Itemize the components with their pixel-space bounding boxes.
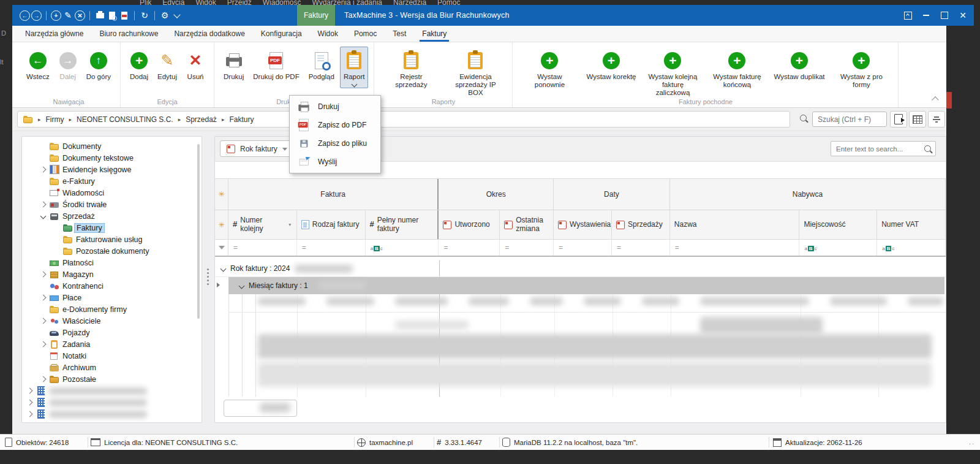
export-button[interactable]	[890, 111, 907, 127]
ribbon-button-drukuj-do-pdf[interactable]: Drukuj do PDF	[249, 47, 303, 83]
group-by-chip[interactable]: Rok faktury	[220, 140, 294, 157]
band-header-nabywca[interactable]: Nabywca	[670, 179, 946, 210]
filter-cell-2[interactable]: aBc	[366, 240, 439, 256]
tree-expander[interactable]	[26, 412, 33, 416]
filter-button[interactable]	[928, 111, 945, 127]
tree-item-dokumenty-tekstowe[interactable]: Dokumenty tekstowe	[22, 152, 202, 164]
popup-button[interactable]	[902, 9, 914, 21]
cancel-icon[interactable]: ✕	[75, 10, 85, 21]
tab-widok[interactable]: Widok	[310, 26, 346, 42]
ribbon-button-wystaw-korektę[interactable]: +Wystaw korektę	[582, 47, 639, 83]
print-icon[interactable]	[94, 10, 105, 21]
tree-expander[interactable]	[26, 389, 33, 393]
filter-cell-3[interactable]: =	[439, 240, 500, 256]
ribbon-button-do-góry[interactable]: ↑Do góry	[83, 47, 115, 83]
ribbon-button-edytuj[interactable]: ✎Edytuj	[154, 47, 181, 83]
column-header-utworzono[interactable]: Utworzono	[439, 210, 500, 239]
tab-pomoc[interactable]: Pomoc	[346, 26, 385, 42]
ribbon-collapse-icon[interactable]	[932, 96, 938, 103]
ribbon-button-wystaw-duplikat[interactable]: +Wystaw duplikat	[770, 47, 828, 83]
tree-item-faktury[interactable]: Faktury	[22, 222, 202, 234]
column-header-rodzaj-faktury[interactable]: Rodzaj faktury	[297, 210, 366, 239]
maximize-button[interactable]	[938, 9, 951, 21]
tree-expander[interactable]	[39, 272, 47, 276]
print-preview-icon[interactable]	[107, 10, 118, 21]
menu-item-drukuj[interactable]: Drukuj	[290, 97, 380, 116]
grid-view-button[interactable]	[909, 111, 926, 127]
tree-item-wiadomości[interactable]: Wiadomości	[22, 187, 202, 199]
tree-item-kontrahenci[interactable]: Kontrahenci	[22, 280, 202, 292]
ribbon-button-wystaw-kolejną-fakturę-zaliczkową[interactable]: +Wystaw kolejną fakturę zaliczkową	[641, 47, 704, 99]
tree-expander[interactable]	[39, 167, 47, 172]
tree-item-magazyn[interactable]: Magazyn	[22, 268, 202, 280]
tree-item-fakturowanie-usług[interactable]: Fakturowanie usług	[22, 234, 202, 245]
tree-item-pojazdy[interactable]: Pojazdy	[22, 327, 202, 338]
tree-expander[interactable]	[39, 202, 47, 207]
filter-cell-1[interactable]: =	[297, 240, 366, 256]
tree-item-środki-trwałe[interactable]: Środki trwałe	[22, 199, 202, 210]
column-header-numer-vat[interactable]: Numer VAT	[877, 210, 946, 239]
tree-expander[interactable]	[39, 214, 47, 218]
tab-narz-dzia-dodatkowe[interactable]: Narzędzia dodatkowe	[166, 26, 252, 42]
grid-search-input[interactable]	[831, 141, 936, 156]
tree-item-płace[interactable]: Płace	[22, 292, 202, 303]
chevron-down-icon[interactable]	[172, 10, 183, 21]
ribbon-button-ewidencja-sprzedaży-ip-box[interactable]: Ewidencja sprzedaży IP BOX	[444, 47, 507, 99]
search-input[interactable]	[812, 112, 887, 127]
tree-item-pozostałe-dokumenty[interactable]: Pozostałe dokumenty	[22, 245, 202, 257]
breadcrumb-item[interactable]: Firmy	[46, 115, 64, 124]
ribbon-button-wystaw-fakturę-końcową[interactable]: +Wystaw fakturę końcową	[706, 47, 768, 91]
tab-faktury[interactable]: Faktury	[414, 26, 454, 42]
record-navigator[interactable]	[224, 400, 297, 417]
tree-item-notatki[interactable]: Notatki	[22, 350, 202, 362]
breadcrumb-item[interactable]: Sprzedaż	[186, 115, 217, 124]
edit-icon[interactable]: ✎	[62, 10, 74, 21]
add-icon[interactable]: +	[51, 10, 61, 21]
column-header-wystawienia[interactable]: Wystawienia	[554, 210, 612, 239]
tab-test[interactable]: Test	[385, 26, 414, 42]
tab-narz-dzia-g-wne[interactable]: Narzędzia główne	[17, 26, 91, 42]
band-header-faktura[interactable]: Faktura	[228, 179, 439, 210]
expand-panel-icon[interactable]	[217, 283, 220, 287]
tree-expander[interactable]	[39, 295, 47, 300]
tree-item-company-redacted[interactable]	[22, 397, 202, 408]
column-header-miejscowość[interactable]: Miejscowość	[799, 210, 877, 239]
column-header-sprzedaży[interactable]: Sprzedaży	[612, 210, 670, 239]
print-pdf-icon[interactable]	[119, 10, 130, 21]
tree-item-właściciele[interactable]: Właściciele	[22, 315, 202, 327]
menu-item-wyślij[interactable]: Wyślij	[290, 153, 380, 171]
filter-cell-5[interactable]: =	[554, 240, 612, 256]
column-header-nazwa[interactable]: Nazwa	[670, 210, 800, 239]
band-header-daty[interactable]: Daty	[554, 179, 670, 210]
tree-expander[interactable]	[39, 377, 47, 381]
tree-item-ewidencje-księgowe[interactable]: Ewidencje księgowe	[22, 164, 202, 175]
tree-item-company-redacted[interactable]	[22, 408, 202, 420]
tree-item-pozostałe[interactable]: Pozostałe	[22, 373, 202, 385]
close-button[interactable]: ✕	[957, 9, 969, 21]
menu-item-zapisz-do-pliku[interactable]: Zapisz do pliku	[290, 134, 380, 153]
ribbon-button-podgląd[interactable]: Podgląd	[305, 47, 338, 83]
filter-cell-0[interactable]: =	[228, 240, 297, 256]
back-icon[interactable]: ←	[20, 10, 30, 21]
ribbon-button-wstecz[interactable]: ←Wstecz	[23, 47, 53, 83]
ribbon-button-rejestr-sprzedaży[interactable]: Rejestr sprzedaży	[380, 47, 442, 91]
tree-item-dokumenty[interactable]: Dokumenty	[22, 140, 202, 152]
tab-konfiguracja[interactable]: Konfiguracja	[253, 26, 310, 42]
tree-item-e-faktury[interactable]: e-Faktury	[22, 175, 202, 187]
tree-expander[interactable]	[39, 319, 47, 323]
ribbon-button-dodaj[interactable]: +Dodaj	[126, 47, 152, 83]
tree-expander[interactable]	[39, 342, 47, 346]
filter-cell-4[interactable]: =	[500, 240, 554, 256]
column-header-numer-kolejny[interactable]: #Numer kolejny▼	[228, 210, 297, 239]
ribbon-button-wystaw-ponownie[interactable]: +Wystaw ponownie	[518, 47, 581, 91]
forward-icon[interactable]: →	[31, 10, 42, 21]
filter-cell-7[interactable]: =	[670, 240, 800, 256]
tree-item-e-dokumenty-firmy[interactable]: e-Dokumenty firmy	[22, 303, 202, 315]
minimize-button[interactable]	[920, 9, 932, 21]
tree-item-zadania[interactable]: Zadania	[22, 338, 202, 350]
breadcrumb-item[interactable]: NEONET CONSULTING S.C.	[77, 115, 173, 124]
ribbon-button-drukuj[interactable]: Drukuj	[220, 47, 247, 83]
tree-expander[interactable]	[26, 400, 33, 405]
breadcrumb-item[interactable]: Faktury	[229, 115, 254, 124]
menu-item-zapisz-do-pdf[interactable]: Zapisz do PDF	[290, 116, 380, 134]
